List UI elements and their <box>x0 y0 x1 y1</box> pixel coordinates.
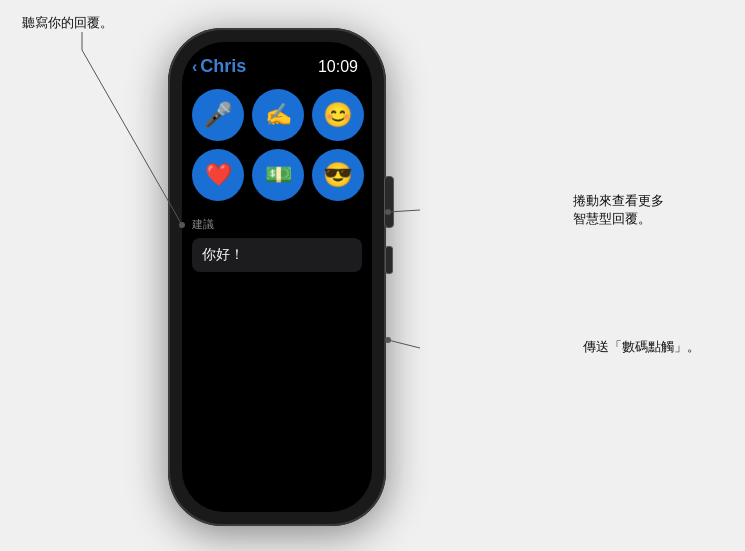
watch-shell: ‹ Chris 10:09 🎤 ✍️ 😊 ❤️ 💵 😎 建議 你好！ <box>168 28 386 526</box>
money-button[interactable]: 💵 <box>252 149 304 201</box>
digital-touch-button[interactable]: ❤️ <box>192 149 244 201</box>
annotation-dictate-text: 聽寫你的回覆。 <box>22 15 113 30</box>
back-button[interactable]: ‹ Chris <box>192 56 246 77</box>
annotation-digital-touch-text: 傳送「數碼點觸」。 <box>583 339 700 354</box>
annotation-scroll-text: 捲動來查看更多 智慧型回覆。 <box>573 193 664 226</box>
time-display: 10:09 <box>318 58 358 76</box>
dictate-button[interactable]: 🎤 <box>192 89 244 141</box>
svg-line-5 <box>388 340 420 348</box>
screen-content: ‹ Chris 10:09 🎤 ✍️ 😊 ❤️ 💵 😎 建議 你好！ <box>182 42 372 512</box>
suggestion-item[interactable]: 你好！ <box>192 238 362 272</box>
suggestions-label: 建議 <box>192 217 362 232</box>
header: ‹ Chris 10:09 <box>182 42 372 85</box>
watch-side-button[interactable] <box>385 246 393 274</box>
svg-line-1 <box>82 50 182 225</box>
annotation-scroll: 捲動來查看更多 智慧型回覆。 <box>573 192 703 228</box>
contact-name: Chris <box>200 56 246 77</box>
watch-screen: ‹ Chris 10:09 🎤 ✍️ 😊 ❤️ 💵 😎 建議 你好！ <box>182 42 372 512</box>
bottom-section: 建議 你好！ <box>182 209 372 512</box>
annotation-digital-touch: 傳送「數碼點觸」。 <box>583 338 703 356</box>
back-chevron-icon: ‹ <box>192 58 197 76</box>
watch-crown[interactable] <box>384 176 394 228</box>
annotation-dictate: 聽寫你的回覆。 <box>22 14 113 32</box>
memoji-button[interactable]: 😎 <box>312 149 364 201</box>
handwrite-button[interactable]: ✍️ <box>252 89 304 141</box>
emoji-button[interactable]: 😊 <box>312 89 364 141</box>
action-buttons-grid: 🎤 ✍️ 😊 ❤️ 💵 😎 <box>182 85 372 209</box>
